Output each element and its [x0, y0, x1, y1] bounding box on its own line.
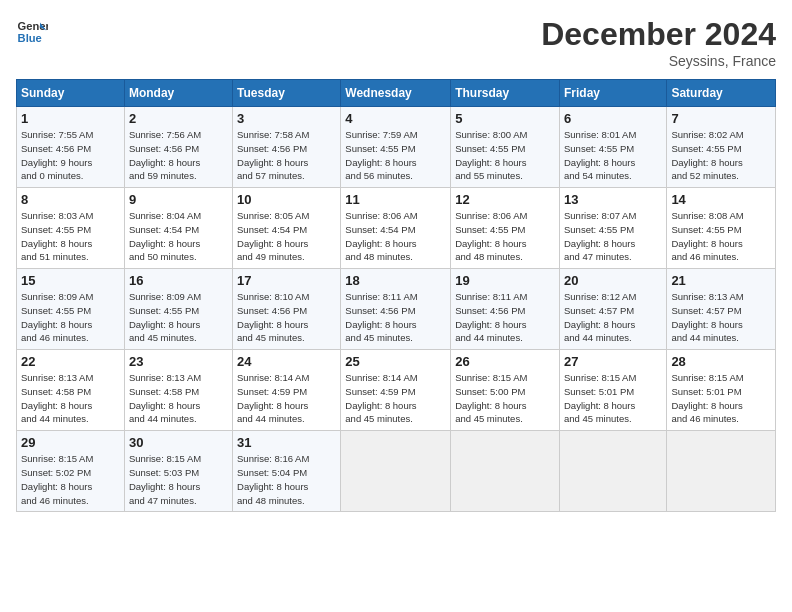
day-info: Sunrise: 8:14 AMSunset: 4:59 PMDaylight:…: [237, 371, 336, 426]
day-header-monday: Monday: [124, 80, 232, 107]
calendar-week-1: 1Sunrise: 7:55 AMSunset: 4:56 PMDaylight…: [17, 107, 776, 188]
day-info: Sunrise: 8:06 AMSunset: 4:54 PMDaylight:…: [345, 209, 446, 264]
day-info: Sunrise: 8:04 AMSunset: 4:54 PMDaylight:…: [129, 209, 228, 264]
calendar-cell: [559, 431, 666, 512]
calendar-cell: 1Sunrise: 7:55 AMSunset: 4:56 PMDaylight…: [17, 107, 125, 188]
day-info: Sunrise: 7:55 AMSunset: 4:56 PMDaylight:…: [21, 128, 120, 183]
day-number: 19: [455, 273, 555, 288]
day-header-tuesday: Tuesday: [233, 80, 341, 107]
day-number: 18: [345, 273, 446, 288]
day-number: 17: [237, 273, 336, 288]
day-info: Sunrise: 8:14 AMSunset: 4:59 PMDaylight:…: [345, 371, 446, 426]
day-info: Sunrise: 8:11 AMSunset: 4:56 PMDaylight:…: [345, 290, 446, 345]
month-title: December 2024: [541, 16, 776, 53]
day-number: 3: [237, 111, 336, 126]
logo: General Blue: [16, 16, 48, 48]
calendar-week-2: 8Sunrise: 8:03 AMSunset: 4:55 PMDaylight…: [17, 188, 776, 269]
title-area: December 2024 Seyssins, France: [541, 16, 776, 69]
calendar-cell: 8Sunrise: 8:03 AMSunset: 4:55 PMDaylight…: [17, 188, 125, 269]
day-info: Sunrise: 8:15 AMSunset: 5:03 PMDaylight:…: [129, 452, 228, 507]
day-number: 23: [129, 354, 228, 369]
day-info: Sunrise: 7:58 AMSunset: 4:56 PMDaylight:…: [237, 128, 336, 183]
day-number: 15: [21, 273, 120, 288]
day-info: Sunrise: 8:09 AMSunset: 4:55 PMDaylight:…: [21, 290, 120, 345]
calendar-cell: 5Sunrise: 8:00 AMSunset: 4:55 PMDaylight…: [451, 107, 560, 188]
day-number: 2: [129, 111, 228, 126]
day-number: 21: [671, 273, 771, 288]
day-info: Sunrise: 8:11 AMSunset: 4:56 PMDaylight:…: [455, 290, 555, 345]
day-info: Sunrise: 7:56 AMSunset: 4:56 PMDaylight:…: [129, 128, 228, 183]
calendar-cell: 11Sunrise: 8:06 AMSunset: 4:54 PMDayligh…: [341, 188, 451, 269]
day-number: 30: [129, 435, 228, 450]
day-info: Sunrise: 8:01 AMSunset: 4:55 PMDaylight:…: [564, 128, 662, 183]
calendar-cell: 12Sunrise: 8:06 AMSunset: 4:55 PMDayligh…: [451, 188, 560, 269]
day-header-thursday: Thursday: [451, 80, 560, 107]
day-number: 29: [21, 435, 120, 450]
calendar-cell: 9Sunrise: 8:04 AMSunset: 4:54 PMDaylight…: [124, 188, 232, 269]
day-number: 26: [455, 354, 555, 369]
calendar-cell: 2Sunrise: 7:56 AMSunset: 4:56 PMDaylight…: [124, 107, 232, 188]
calendar-week-5: 29Sunrise: 8:15 AMSunset: 5:02 PMDayligh…: [17, 431, 776, 512]
calendar-cell: 10Sunrise: 8:05 AMSunset: 4:54 PMDayligh…: [233, 188, 341, 269]
day-info: Sunrise: 8:16 AMSunset: 5:04 PMDaylight:…: [237, 452, 336, 507]
day-info: Sunrise: 8:02 AMSunset: 4:55 PMDaylight:…: [671, 128, 771, 183]
day-info: Sunrise: 8:10 AMSunset: 4:56 PMDaylight:…: [237, 290, 336, 345]
day-number: 31: [237, 435, 336, 450]
day-info: Sunrise: 8:15 AMSunset: 5:01 PMDaylight:…: [671, 371, 771, 426]
calendar-cell: 30Sunrise: 8:15 AMSunset: 5:03 PMDayligh…: [124, 431, 232, 512]
calendar-week-3: 15Sunrise: 8:09 AMSunset: 4:55 PMDayligh…: [17, 269, 776, 350]
calendar-cell: 13Sunrise: 8:07 AMSunset: 4:55 PMDayligh…: [559, 188, 666, 269]
day-number: 10: [237, 192, 336, 207]
calendar-cell: 4Sunrise: 7:59 AMSunset: 4:55 PMDaylight…: [341, 107, 451, 188]
day-info: Sunrise: 8:07 AMSunset: 4:55 PMDaylight:…: [564, 209, 662, 264]
day-info: Sunrise: 8:13 AMSunset: 4:58 PMDaylight:…: [21, 371, 120, 426]
calendar-cell: 23Sunrise: 8:13 AMSunset: 4:58 PMDayligh…: [124, 350, 232, 431]
calendar-cell: 18Sunrise: 8:11 AMSunset: 4:56 PMDayligh…: [341, 269, 451, 350]
day-info: Sunrise: 8:13 AMSunset: 4:57 PMDaylight:…: [671, 290, 771, 345]
calendar-cell: 22Sunrise: 8:13 AMSunset: 4:58 PMDayligh…: [17, 350, 125, 431]
calendar-table: SundayMondayTuesdayWednesdayThursdayFrid…: [16, 79, 776, 512]
header-row: SundayMondayTuesdayWednesdayThursdayFrid…: [17, 80, 776, 107]
calendar-cell: 16Sunrise: 8:09 AMSunset: 4:55 PMDayligh…: [124, 269, 232, 350]
calendar-cell: 20Sunrise: 8:12 AMSunset: 4:57 PMDayligh…: [559, 269, 666, 350]
day-number: 11: [345, 192, 446, 207]
calendar-cell: 7Sunrise: 8:02 AMSunset: 4:55 PMDaylight…: [667, 107, 776, 188]
calendar-cell: 27Sunrise: 8:15 AMSunset: 5:01 PMDayligh…: [559, 350, 666, 431]
day-header-friday: Friday: [559, 80, 666, 107]
day-number: 9: [129, 192, 228, 207]
day-info: Sunrise: 8:06 AMSunset: 4:55 PMDaylight:…: [455, 209, 555, 264]
day-number: 16: [129, 273, 228, 288]
svg-text:General: General: [18, 20, 48, 32]
svg-text:Blue: Blue: [18, 32, 42, 44]
header: General Blue December 2024 Seyssins, Fra…: [16, 16, 776, 69]
day-number: 5: [455, 111, 555, 126]
calendar-week-4: 22Sunrise: 8:13 AMSunset: 4:58 PMDayligh…: [17, 350, 776, 431]
day-header-sunday: Sunday: [17, 80, 125, 107]
day-info: Sunrise: 8:08 AMSunset: 4:55 PMDaylight:…: [671, 209, 771, 264]
day-info: Sunrise: 8:00 AMSunset: 4:55 PMDaylight:…: [455, 128, 555, 183]
day-header-saturday: Saturday: [667, 80, 776, 107]
calendar-cell: 14Sunrise: 8:08 AMSunset: 4:55 PMDayligh…: [667, 188, 776, 269]
day-number: 8: [21, 192, 120, 207]
calendar-cell: 19Sunrise: 8:11 AMSunset: 4:56 PMDayligh…: [451, 269, 560, 350]
day-info: Sunrise: 8:15 AMSunset: 5:02 PMDaylight:…: [21, 452, 120, 507]
day-info: Sunrise: 8:12 AMSunset: 4:57 PMDaylight:…: [564, 290, 662, 345]
day-number: 14: [671, 192, 771, 207]
day-number: 28: [671, 354, 771, 369]
calendar-cell: 3Sunrise: 7:58 AMSunset: 4:56 PMDaylight…: [233, 107, 341, 188]
calendar-cell: 21Sunrise: 8:13 AMSunset: 4:57 PMDayligh…: [667, 269, 776, 350]
calendar-cell: 24Sunrise: 8:14 AMSunset: 4:59 PMDayligh…: [233, 350, 341, 431]
calendar-cell: 25Sunrise: 8:14 AMSunset: 4:59 PMDayligh…: [341, 350, 451, 431]
calendar-cell: 17Sunrise: 8:10 AMSunset: 4:56 PMDayligh…: [233, 269, 341, 350]
location: Seyssins, France: [541, 53, 776, 69]
calendar-cell: 31Sunrise: 8:16 AMSunset: 5:04 PMDayligh…: [233, 431, 341, 512]
calendar-cell: 15Sunrise: 8:09 AMSunset: 4:55 PMDayligh…: [17, 269, 125, 350]
day-number: 20: [564, 273, 662, 288]
day-number: 27: [564, 354, 662, 369]
day-number: 6: [564, 111, 662, 126]
day-number: 1: [21, 111, 120, 126]
calendar-cell: 29Sunrise: 8:15 AMSunset: 5:02 PMDayligh…: [17, 431, 125, 512]
calendar-cell: [667, 431, 776, 512]
day-info: Sunrise: 8:05 AMSunset: 4:54 PMDaylight:…: [237, 209, 336, 264]
calendar-cell: [451, 431, 560, 512]
